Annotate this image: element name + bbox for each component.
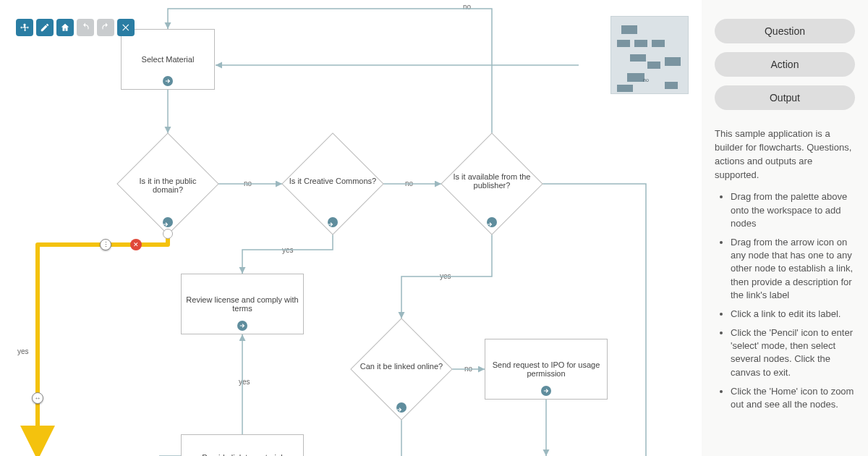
edge-delete-button[interactable]: ✕: [130, 239, 142, 250]
edge-label-yes[interactable]: yes: [438, 272, 453, 280]
node-public-domain[interactable]: Is it in the public domain?: [117, 133, 218, 235]
node-label: Is it Creative Commons?: [282, 177, 383, 185]
node-review-license[interactable]: Review license and comply with terms: [181, 274, 304, 334]
home-tool-button[interactable]: [56, 19, 74, 36]
arrow-anchor-icon[interactable]: [487, 217, 497, 227]
node-label: Send request to IPO for usage permission: [488, 360, 604, 378]
node-label: Is it in the public domain?: [117, 177, 218, 194]
edge-label-no[interactable]: no: [461, 3, 472, 11]
help-item: Click a link to edit its label.: [731, 308, 855, 321]
edge-label-no[interactable]: no: [404, 180, 414, 187]
edge-label-yes[interactable]: yes: [281, 246, 295, 254]
help-item: Click the 'Pencil' icon to enter 'select…: [731, 326, 855, 379]
redo-tool-button[interactable]: [97, 19, 114, 36]
arrow-anchor-icon[interactable]: [237, 321, 247, 331]
node-label: Review license and comply with terms: [184, 295, 300, 313]
flowchart-canvas[interactable]: no: [0, 0, 702, 456]
side-panel: Question Action Output This sample appli…: [702, 0, 868, 456]
minimap[interactable]: no: [610, 16, 689, 94]
palette-action-button[interactable]: Action: [715, 52, 855, 77]
node-select-material[interactable]: Select Material: [121, 29, 215, 90]
node-label: Provide link to material: [202, 453, 282, 456]
help-item: Drag from the palette above onto the wor…: [731, 190, 855, 230]
pan-tool-button[interactable]: [16, 19, 33, 36]
help-item: Click the 'Home' icon to zoom out and se…: [731, 385, 855, 411]
edge-label-yes[interactable]: yes: [237, 378, 252, 386]
help-intro: This sample application is a builder for…: [715, 127, 855, 182]
node-label: Is it available from the publisher?: [441, 172, 542, 190]
clear-tool-button[interactable]: [117, 19, 135, 36]
edge-source-port[interactable]: [163, 229, 173, 239]
select-tool-button[interactable]: [36, 19, 54, 36]
palette-question-button[interactable]: Question: [715, 19, 855, 43]
node-label: Select Material: [142, 55, 195, 64]
node-send-request-ipo[interactable]: Send request to IPO for usage permission: [485, 339, 608, 400]
edge-drag-handle[interactable]: ↔: [32, 392, 43, 404]
edge-label-no[interactable]: no: [463, 365, 474, 373]
help-item: Drag from the arrow icon on any node tha…: [731, 236, 855, 302]
edge-label-no[interactable]: no: [242, 180, 253, 187]
node-provide-link[interactable]: Provide link to material: [181, 434, 304, 456]
toolbar: [16, 19, 135, 36]
arrow-anchor-icon[interactable]: [163, 76, 173, 86]
edge-drag-handle[interactable]: ⋮: [100, 239, 111, 250]
minimap-label: no: [643, 77, 649, 83]
node-creative-commons[interactable]: Is it Creative Commons?: [282, 133, 383, 235]
undo-tool-button[interactable]: [77, 19, 94, 36]
help-list: Drag from the palette above onto the wor…: [715, 190, 855, 411]
arrow-anchor-icon[interactable]: [396, 402, 407, 413]
node-label: Can it be linked online?: [351, 362, 452, 371]
arrow-anchor-icon[interactable]: [163, 217, 173, 227]
arrow-anchor-icon[interactable]: [541, 386, 551, 396]
edge-label-yes-selected[interactable]: yes: [16, 347, 30, 355]
node-available-publisher[interactable]: Is it available from the publisher?: [441, 133, 542, 235]
node-linked-online[interactable]: Can it be linked online?: [351, 318, 452, 420]
palette-output-button[interactable]: Output: [715, 85, 855, 110]
arrow-anchor-icon[interactable]: [328, 217, 338, 227]
